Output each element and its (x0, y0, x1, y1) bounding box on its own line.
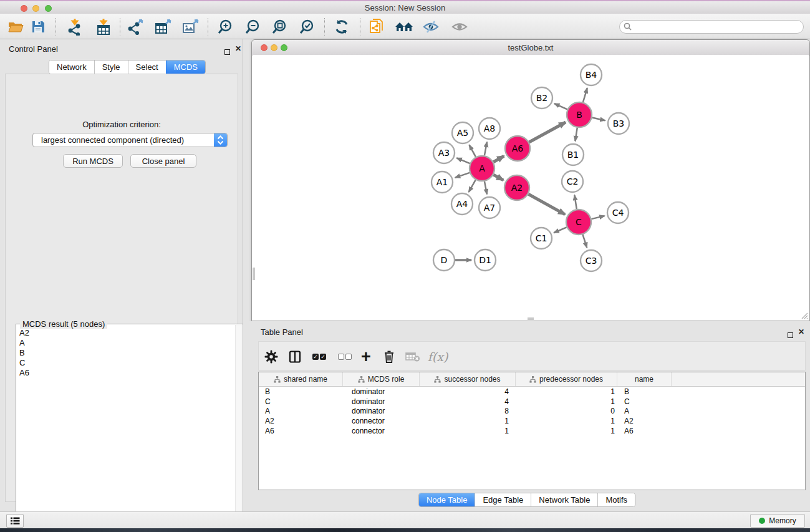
table-cell[interactable]: A2 (617, 417, 672, 425)
task-history-button[interactable] (6, 514, 24, 528)
table-cell[interactable]: connector (343, 417, 420, 425)
result-item[interactable]: C (17, 358, 235, 368)
edge-A-A6[interactable] (493, 156, 504, 162)
function-builder-button[interactable]: f(x) (428, 347, 448, 367)
edge-B-B2[interactable] (554, 104, 567, 109)
zoom-in-button[interactable] (216, 17, 234, 36)
zoom-fit-button[interactable] (270, 17, 289, 36)
close-table-panel-icon[interactable]: ✕ (798, 329, 804, 335)
table-cell[interactable]: A6 (617, 427, 672, 435)
column-header-predecessor-nodes[interactable]: predecessor nodes (516, 372, 617, 386)
home-button[interactable] (395, 17, 413, 36)
table-cell[interactable]: B (259, 387, 343, 396)
tab-network-table[interactable]: Network Table (531, 493, 597, 506)
edge-A2-C[interactable] (528, 194, 565, 215)
select-all-button[interactable]: ✓ ✓ (309, 347, 329, 367)
delete-row-button[interactable] (379, 347, 399, 367)
table-row[interactable]: Adominator80A (259, 406, 805, 416)
table-row[interactable]: Cdominator41C (259, 397, 805, 407)
table-options-button[interactable] (261, 347, 281, 367)
import-table-button[interactable] (94, 17, 113, 36)
chevron-up-down-icon[interactable] (214, 133, 227, 147)
delete-table-button[interactable] (403, 347, 423, 367)
table-cell[interactable]: 1 (516, 427, 617, 435)
network-window-titlebar[interactable]: testGlobe.txt (252, 40, 809, 56)
table-cell[interactable]: 4 (420, 397, 516, 406)
optimization-criterion-dropdown[interactable]: largest connected component (directed) (32, 133, 228, 147)
save-session-button[interactable] (29, 17, 47, 36)
tab-network[interactable]: Network (49, 60, 94, 74)
edge-C-C1[interactable] (554, 227, 567, 233)
edge-A-A7[interactable] (485, 181, 487, 195)
close-panel-button[interactable]: Close panel (130, 154, 196, 168)
network-canvas[interactable]: B4B2BB3A5A8A6B1A3AA1C2A2A4A7CC4C1C3DD1 (253, 55, 809, 321)
hide-panel-button[interactable] (422, 17, 440, 36)
vertical-scrollbar-thumb[interactable] (253, 268, 255, 280)
resize-grip-icon[interactable] (801, 312, 808, 319)
table-cell[interactable]: C (617, 397, 672, 406)
column-header-MCDS-role[interactable]: MCDS role (343, 372, 420, 386)
float-table-panel-icon[interactable] (788, 329, 793, 341)
column-header-name[interactable]: name (617, 372, 672, 386)
float-panel-icon[interactable] (224, 46, 230, 57)
result-item[interactable]: A2 (17, 328, 235, 338)
edge-B-B1[interactable] (575, 128, 577, 142)
edge-A-A3[interactable] (456, 158, 470, 163)
column-header-shared-name[interactable]: shared name (259, 372, 343, 386)
tab-style[interactable]: Style (94, 60, 128, 74)
close-panel-icon[interactable]: ✕ (235, 46, 241, 52)
tab-node-table[interactable]: Node Table (419, 493, 475, 506)
network-graph[interactable]: B4B2BB3A5A8A6B1A3AA1C2A2A4A7CC4C1C3DD1 (253, 55, 809, 321)
apply-layout-button[interactable] (332, 17, 351, 36)
tab-mcds[interactable]: MCDS (166, 60, 205, 74)
tab-edge-table[interactable]: Edge Table (475, 493, 531, 506)
table-cell[interactable]: A6 (259, 427, 343, 435)
edge-A-A1[interactable] (455, 173, 470, 178)
search-field[interactable] (619, 20, 804, 34)
import-network-button[interactable] (65, 17, 84, 36)
edge-B-B4[interactable] (583, 88, 587, 102)
result-item[interactable]: B (17, 348, 235, 358)
edge-A-A4[interactable] (469, 180, 476, 192)
table-cell[interactable]: 8 (420, 407, 516, 415)
edge-C-C3[interactable] (582, 235, 587, 248)
search-input[interactable] (619, 20, 804, 34)
edge-A-A2[interactable] (493, 175, 503, 180)
edge-C-C4[interactable] (591, 216, 604, 219)
table-cell[interactable]: dominator (343, 407, 420, 415)
tab-select[interactable]: Select (128, 60, 166, 74)
zoom-selected-button[interactable] (297, 17, 316, 36)
deselect-all-button[interactable] (335, 347, 355, 367)
edge-A-A8[interactable] (485, 142, 487, 156)
table-cell[interactable]: B (617, 387, 672, 396)
table-cell[interactable]: 1 (516, 387, 617, 396)
memory-button[interactable]: Memory (750, 514, 805, 528)
export-image-button[interactable] (181, 17, 200, 36)
result-item[interactable]: A6 (17, 368, 235, 378)
horizontal-scrollbar-thumb[interactable] (528, 317, 534, 320)
table-cell[interactable]: C (259, 397, 343, 406)
column-header-successor-nodes[interactable]: successor nodes (420, 372, 516, 386)
export-network-button[interactable] (127, 17, 145, 36)
table-cell[interactable]: dominator (343, 397, 420, 406)
table-cell[interactable]: 1 (516, 397, 617, 406)
new-network-button[interactable] (367, 17, 386, 36)
zoom-out-button[interactable] (243, 17, 262, 36)
show-panel-button[interactable] (450, 17, 469, 36)
table-cell[interactable]: A (259, 407, 343, 415)
table-cell[interactable]: dominator (343, 387, 420, 396)
run-mcds-button[interactable]: Run MCDS (63, 154, 123, 168)
table-cell[interactable]: 0 (516, 407, 617, 415)
export-table-button[interactable] (153, 17, 172, 36)
table-cell[interactable]: A2 (259, 417, 343, 425)
edge-A-A5[interactable] (470, 145, 476, 157)
table-cell[interactable]: A (617, 407, 672, 415)
table-cell[interactable]: connector (343, 427, 420, 435)
open-session-button[interactable] (6, 17, 25, 36)
table-row[interactable]: A6connector11A6 (259, 426, 805, 436)
table-cell[interactable]: 4 (420, 387, 516, 396)
edge-B-B3[interactable] (592, 118, 605, 121)
result-scrollbar[interactable] (235, 325, 242, 532)
table-row[interactable]: A2connector11A2 (259, 416, 805, 426)
edge-C-C2[interactable] (574, 195, 576, 210)
